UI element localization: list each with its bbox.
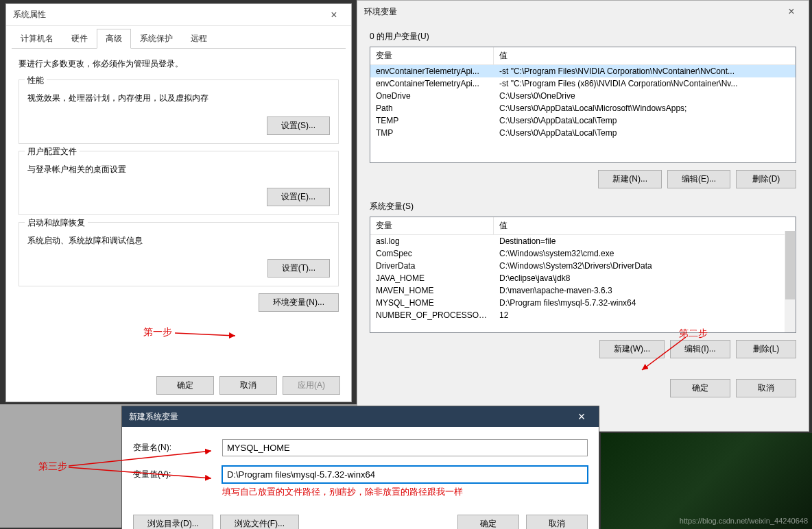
variable-name-label: 变量名(N): — [133, 442, 222, 454]
environment-variables-dialog: 环境变量 × 0 的用户变量(U) 变量 值 envContainerTelem… — [357, 0, 809, 432]
table-row[interactable]: DriverDataC:\Windows\System32\Drivers\Dr… — [370, 260, 796, 272]
dialog-titlebar: 环境变量 × — [357, 1, 809, 23]
startup-settings-button[interactable]: 设置(T)... — [267, 259, 330, 278]
table-row[interactable]: envContainerTelemetryApi...-st "C:\Progr… — [370, 77, 796, 90]
sys-delete-button[interactable]: 删除(L) — [736, 340, 796, 358]
new-system-variable-dialog: 新建系统变量 × 变量名(N): 变量值(V): 填写自己放置的文件路径，别瞎抄… — [121, 406, 599, 529]
ok-button[interactable]: 确定 — [457, 515, 519, 529]
var-name: asl.log — [370, 235, 494, 247]
col-value[interactable]: 值 — [494, 47, 796, 64]
table-row[interactable]: PathC:\Users\0\AppData\Local\Microsoft\W… — [370, 102, 796, 114]
startup-desc: 系统启动、系统故障和调试信息 — [27, 235, 330, 247]
col-variable[interactable]: 变量 — [370, 47, 494, 64]
apply-button[interactable]: 应用(A) — [283, 376, 340, 395]
user-delete-button[interactable]: 删除(D) — [736, 170, 796, 188]
cancel-button[interactable]: 取消 — [219, 376, 277, 395]
cancel-button[interactable]: 取消 — [526, 515, 588, 529]
tab-remote[interactable]: 远程 — [182, 29, 216, 48]
dialog-title: 环境变量 — [364, 6, 397, 18]
user-vars-list[interactable]: 变量 值 envContainerTelemetryApi...-st "C:\… — [370, 47, 796, 163]
sys-edit-button[interactable]: 编辑(I)... — [670, 340, 730, 358]
user-vars-label: 0 的用户变量(U) — [370, 31, 796, 42]
var-name: TEMP — [370, 114, 494, 127]
close-icon[interactable]: × — [571, 410, 592, 424]
table-row[interactable]: MAVEN_HOMED:\maven\apache-maven-3.6.3 — [370, 284, 796, 297]
user-profile-legend: 用户配置文件 — [25, 146, 80, 158]
dialog-title: 新建系统变量 — [129, 411, 178, 423]
table-row[interactable]: TMPC:\Users\0\AppData\Local\Temp — [370, 127, 796, 139]
dialog-title: 系统属性 — [13, 9, 46, 21]
dialog-titlebar: 系统属性 × — [6, 4, 351, 26]
var-name: ComSpec — [370, 247, 494, 260]
dialog-titlebar[interactable]: 新建系统变量 × — [122, 406, 599, 427]
var-name: Path — [370, 102, 494, 114]
var-value: C:\Users\0\AppData\Local\Temp — [494, 127, 796, 139]
user-edit-button[interactable]: 编辑(E)... — [667, 170, 730, 188]
table-row[interactable]: envContainerTelemetryApi...-st "C:\Progr… — [370, 65, 796, 77]
close-icon[interactable]: × — [781, 5, 802, 18]
var-name: NUMBER_OF_PROCESSORS — [370, 309, 494, 321]
environment-variables-button[interactable]: 环境变量(N)... — [259, 293, 339, 312]
sys-vars-list[interactable]: 变量 值 asl.logDestination=fileComSpecC:\Wi… — [370, 217, 796, 333]
user-profile-desc: 与登录帐户相关的桌面设置 — [27, 164, 330, 175]
table-row[interactable]: asl.logDestination=file — [370, 235, 796, 247]
cancel-button[interactable]: 取消 — [736, 379, 796, 397]
table-row[interactable]: MYSQL_HOMED:\Program files\mysql-5.7.32-… — [370, 297, 796, 309]
var-value: C:\Users\0\AppData\Local\Temp — [494, 114, 796, 127]
col-value[interactable]: 值 — [494, 217, 796, 234]
ok-button[interactable]: 确定 — [670, 379, 730, 397]
sys-vars-label: 系统变量(S) — [370, 201, 796, 212]
var-value: 12 — [494, 309, 796, 321]
var-value: D:\eclipse\java\jdk8 — [494, 272, 796, 284]
browse-directory-button[interactable]: 浏览目录(D)... — [133, 515, 213, 529]
variable-name-input[interactable] — [222, 439, 588, 456]
var-name: DriverData — [370, 260, 494, 272]
helper-text: 填写自己放置的文件路径，别瞎抄，除非放置的路径跟我一样 — [222, 486, 588, 498]
performance-settings-button[interactable]: 设置(S)... — [267, 116, 330, 135]
var-name: envContainerTelemetryApi... — [370, 77, 494, 90]
scrollbar[interactable] — [785, 231, 796, 332]
var-name: envContainerTelemetryApi... — [370, 65, 494, 77]
tab-computer-name[interactable]: 计算机名 — [12, 29, 62, 48]
system-properties-dialog: 系统属性 × 计算机名 硬件 高级 系统保护 远程 要进行大多数更改，你必须作为… — [5, 3, 352, 402]
close-icon[interactable]: × — [324, 9, 344, 21]
tab-hardware[interactable]: 硬件 — [62, 29, 97, 48]
tab-system-protection[interactable]: 系统保护 — [131, 29, 182, 48]
browse-file-button[interactable]: 浏览文件(F)... — [220, 515, 299, 529]
col-variable[interactable]: 变量 — [370, 217, 494, 234]
table-row[interactable]: JAVA_HOMED:\eclipse\java\jdk8 — [370, 272, 796, 284]
var-name: OneDrive — [370, 90, 494, 102]
startup-recovery-group: 启动和故障恢复 系统启动、系统故障和调试信息 设置(T)... — [19, 222, 339, 286]
var-value: -st "C:\Program Files (x86)\NVIDIA Corpo… — [494, 77, 796, 90]
var-name: MYSQL_HOME — [370, 297, 494, 309]
desktop-background: https://blog.csdn.net/weixin_44240648 — [601, 433, 812, 529]
table-row[interactable]: NUMBER_OF_PROCESSORS12 — [370, 309, 796, 321]
performance-desc: 视觉效果，处理器计划，内存使用，以及虚拟内存 — [27, 93, 330, 104]
ok-button[interactable]: 确定 — [156, 376, 214, 395]
admin-note-text: 要进行大多数更改，你必须作为管理员登录。 — [19, 58, 339, 70]
table-row[interactable]: ComSpecC:\Windows\system32\cmd.exe — [370, 247, 796, 260]
var-name: JAVA_HOME — [370, 272, 494, 284]
performance-group: 性能 视觉效果，处理器计划，内存使用，以及虚拟内存 设置(S)... — [19, 79, 339, 144]
sys-new-button[interactable]: 新建(W)... — [599, 340, 665, 358]
variable-value-label: 变量值(V): — [133, 469, 222, 480]
user-profile-group: 用户配置文件 与登录帐户相关的桌面设置 设置(E)... — [19, 151, 339, 215]
user-new-button[interactable]: 新建(N)... — [598, 170, 662, 188]
var-name: MAVEN_HOME — [370, 284, 494, 297]
var-value: D:\Program files\mysql-5.7.32-winx64 — [494, 297, 796, 309]
watermark: https://blog.csdn.net/weixin_44240648 — [680, 517, 808, 525]
table-row[interactable]: TEMPC:\Users\0\AppData\Local\Temp — [370, 114, 796, 127]
var-value: C:\Windows\System32\Drivers\DriverData — [494, 260, 796, 272]
tab-advanced[interactable]: 高级 — [97, 29, 131, 49]
var-value: C:\Windows\system32\cmd.exe — [494, 247, 796, 260]
var-value: -st "C:\Program Files\NVIDIA Corporation… — [494, 65, 796, 77]
var-value: C:\Users\0\AppData\Local\Microsoft\Windo… — [494, 102, 796, 114]
variable-value-input[interactable] — [222, 466, 588, 483]
table-row[interactable]: OneDriveC:\Users\0\OneDrive — [370, 90, 796, 102]
startup-legend: 启动和故障恢复 — [25, 217, 88, 229]
var-value: D:\maven\apache-maven-3.6.3 — [494, 284, 796, 297]
performance-legend: 性能 — [25, 75, 47, 86]
var-value: Destination=file — [494, 235, 796, 247]
tab-bar: 计算机名 硬件 高级 系统保护 远程 — [12, 29, 346, 49]
user-profile-settings-button[interactable]: 设置(E)... — [267, 188, 330, 206]
